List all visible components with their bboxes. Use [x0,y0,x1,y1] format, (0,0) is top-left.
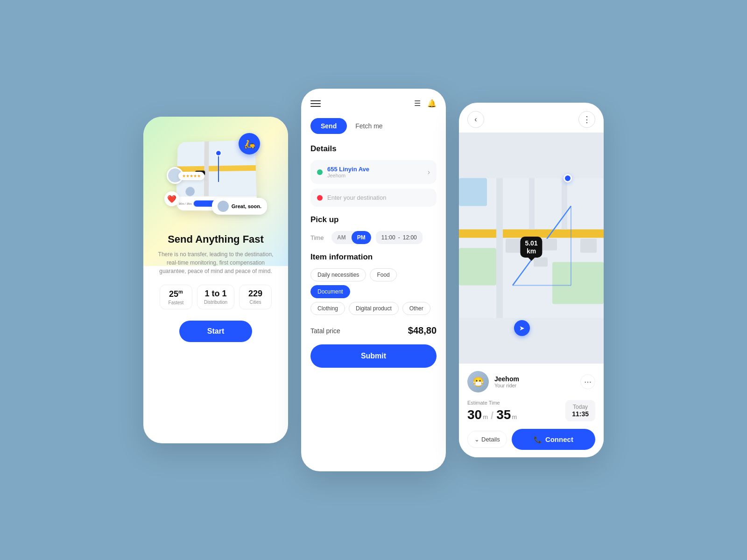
screen1-content: 5.01 30m / 35m 📞 Connect 🛵 ★★★★★ [143,117,288,443]
tag-daily-necessities[interactable]: Daily necessities [310,268,366,281]
svg-rect-14 [580,239,597,253]
item-info-section: Item information Daily necessities Food … [310,252,437,315]
rider-avatar: 😷 [467,371,489,392]
heart-icon: ❤️ [167,195,176,203]
back-button[interactable]: ‹ [467,111,484,128]
address-text-block: 655 Linyin Ave Jeehom [327,166,423,178]
rider-avatar-icon: 😷 [472,376,484,387]
estimate-label: Estimate Time [467,400,517,406]
distance-value: 5.01 [525,239,537,247]
header-icons: ☰ 🔔 [414,99,437,108]
tag-clothing[interactable]: Clothing [310,302,345,315]
rider-info: Jeehom Your rider [494,375,575,388]
svg-rect-3 [459,178,487,206]
more-options-button[interactable]: ⋮ [578,111,595,128]
details-button[interactable]: ⌄ Details [467,431,507,448]
time-separator: - [398,234,400,241]
mock-time: 30m / 35m [179,202,192,205]
scooter-icon: 🛵 [244,138,255,149]
phone-illustration: 5.01 30m / 35m 📞 Connect 🛵 ★★★★★ [164,131,267,224]
stat-fastest-value: 25m [167,289,185,299]
stars-icon: ★★★★★ [182,174,201,178]
screen1-stats: 25m Fastest 1 to 1 Distribution 229 Citi… [160,285,272,309]
today-text: Today [572,404,589,410]
ampm-group: AM PM [331,231,371,244]
distance-unit: km [527,247,536,255]
screen1-text-block: Send Anything Fast There is no transfer,… [143,224,288,285]
location-dot-icon [317,169,323,175]
time-row: Time AM PM 11:00 - 12:00 [310,231,437,244]
rider-row: 😷 Jeehom Your rider ⋯ [467,371,595,392]
mock-location-dot [215,150,222,156]
time-fast-value: 30 [467,407,482,422]
stat-distribution-value: 1 to 1 [204,289,227,299]
details-label: Details [481,436,500,443]
address-input-row[interactable]: 655 Linyin Ave Jeehom › [310,160,437,184]
hamburger-line-2 [310,103,321,104]
tags-row-2: Clothing Digital product Other [310,302,437,315]
tab-fetch-me[interactable]: Fetch me [347,118,391,134]
screen1-description: There is no transfer, leading to the des… [155,250,277,275]
svg-rect-1 [459,248,496,286]
svg-rect-7 [562,178,567,230]
time-fast-unit: m [483,413,488,420]
time-range: 11:00 - 12:00 [376,231,423,244]
start-button[interactable]: Start [179,321,252,342]
great-avatar [218,201,229,212]
chevron-right-icon: › [428,168,430,176]
tag-food[interactable]: Food [370,268,396,281]
estimate-left: Estimate Time 30 m / 35 m [467,400,517,422]
map-container: 5.01 km ➤ [459,133,604,364]
mock-route-line [218,154,219,182]
price-label: Tatal price [310,327,340,335]
price-value: $48,80 [408,325,437,336]
connect-button[interactable]: 📞 Connect [512,429,595,450]
list-icon[interactable]: ☰ [414,99,421,108]
tag-digital-product[interactable]: Digital product [349,302,399,315]
tag-other[interactable]: Other [402,302,430,315]
details-section: Details 655 Linyin Ave Jeehom › Enter yo… [310,144,437,207]
chevron-down-icon: ⌄ [474,436,479,443]
estimate-time-display: 30 m / 35 m [467,407,517,422]
svg-rect-2 [552,262,604,304]
svg-rect-13 [534,258,548,267]
rider-more-button[interactable]: ⋯ [580,374,595,389]
mock-avatar [185,187,195,196]
destination-input-row[interactable]: Enter your destination [310,189,437,207]
tab-send[interactable]: Send [310,118,347,134]
screen1-title: Send Anything Fast [155,233,277,245]
destination-pin [564,174,572,182]
pickup-section: Pick up Time AM PM 11:00 - 12:00 [310,215,437,244]
phone-screen-1: 5.01 30m / 35m 📞 Connect 🛵 ★★★★★ [143,117,288,443]
hamburger-line-3 [310,106,321,107]
price-row: Tatal price $48,80 [310,325,437,336]
rider-name: Jeehom [494,375,575,383]
scooter-icon-bubble: 🛵 [239,133,260,154]
address-sub: Jeehom [327,173,423,178]
item-info-title: Item information [310,252,437,262]
distance-badge: 5.01 km [520,237,542,258]
screen3-header: ‹ ⋮ [459,103,604,133]
time-from: 11:00 [381,234,395,241]
estimate-section: Estimate Time 30 m / 35 m Today 11:35 [467,400,595,422]
stat-cities-label: Cities [246,300,265,305]
am-button[interactable]: AM [331,231,352,244]
stat-fastest-label: Fastest [167,300,185,305]
connect-label: Connect [545,435,573,443]
svg-rect-5 [496,178,503,318]
today-time: 11:35 [572,410,589,418]
pm-button[interactable]: PM [352,231,371,244]
phone-screen-2: ☰ 🔔 Send Fetch me Details 655 Linyin Ave… [301,89,446,471]
today-badge: Today 11:35 [565,400,595,421]
mock-road-horizontal [177,165,256,172]
hamburger-menu[interactable] [310,100,321,107]
submit-button[interactable]: Submit [310,344,437,368]
navigation-dot: ➤ [514,320,530,336]
more-icon: ⋮ [583,114,591,125]
screen2-header: ☰ 🔔 [310,99,437,108]
details-title: Details [310,144,437,154]
great-soon-text: Great, soon. [232,203,261,209]
profile-icon[interactable]: 🔔 [427,99,437,108]
tag-document[interactable]: Document [310,285,350,298]
bottom-actions: ⌄ Details 📞 Connect [467,429,595,450]
